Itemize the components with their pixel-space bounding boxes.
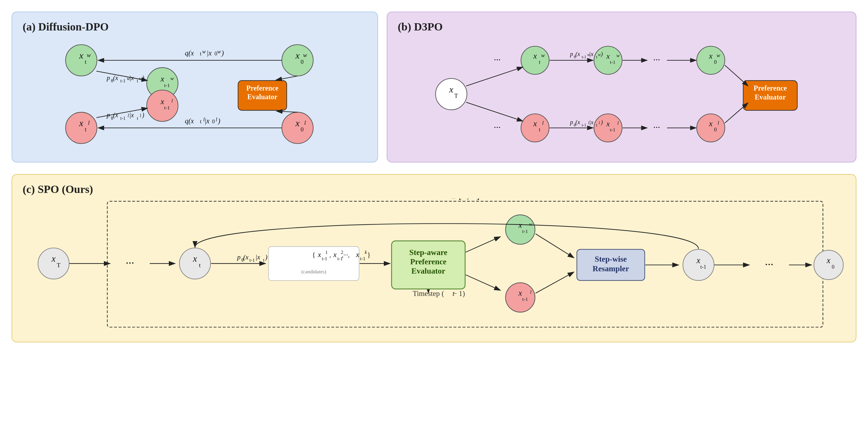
svg-text:w: w xyxy=(529,221,533,227)
svg-text:x: x xyxy=(518,289,522,298)
svg-text:t: t xyxy=(137,116,138,121)
svg-text:,: , xyxy=(329,251,331,258)
svg-text:t: t xyxy=(137,78,138,83)
svg-text:0: 0 xyxy=(301,126,304,132)
svg-text:(x: (x xyxy=(576,51,580,57)
svg-text:): ) xyxy=(217,117,220,125)
svg-text:(x: (x xyxy=(576,119,580,126)
svg-text:x: x xyxy=(696,256,700,265)
svg-text:Step-wise: Step-wise xyxy=(595,255,627,264)
svg-text:w: w xyxy=(598,53,601,57)
svg-text:l: l xyxy=(128,113,129,118)
svg-line-174 xyxy=(466,237,500,252)
svg-text:t-1: t-1 xyxy=(164,83,170,88)
svg-text:): ) xyxy=(600,51,603,57)
svg-text:x: x xyxy=(709,119,713,128)
svg-text:0: 0 xyxy=(714,59,717,65)
svg-text:···: ··· xyxy=(126,257,134,269)
svg-text:t-1: t-1 xyxy=(120,78,126,83)
svg-text:t-1: t-1 xyxy=(522,296,528,302)
svg-text:w: w xyxy=(541,52,545,58)
svg-text:q(x: q(x xyxy=(185,49,194,57)
svg-text:x: x xyxy=(606,52,610,60)
svg-text:p: p xyxy=(569,51,573,57)
svg-text:l: l xyxy=(599,121,600,125)
svg-text:Preference: Preference xyxy=(246,84,279,92)
svg-line-127 xyxy=(725,65,748,86)
svg-text:t: t xyxy=(539,126,541,132)
svg-text:x: x xyxy=(160,74,164,83)
svg-text:x: x xyxy=(356,250,360,258)
svg-text:Evaluator: Evaluator xyxy=(754,93,786,101)
svg-text:···: ··· xyxy=(653,122,660,132)
svg-text:t: t xyxy=(263,257,265,263)
svg-text:x: x xyxy=(533,51,537,60)
svg-text:l: l xyxy=(530,289,531,295)
svg-text:t: t xyxy=(596,123,597,127)
svg-text:w: w xyxy=(717,52,720,58)
svg-text:|x: |x xyxy=(205,117,210,125)
svg-text:l: l xyxy=(88,120,90,126)
svg-text:x: x xyxy=(606,120,610,128)
svg-text:t-1: t-1 xyxy=(249,257,255,263)
svg-text:|x: |x xyxy=(589,119,594,126)
svg-text:T: T xyxy=(454,93,458,99)
svg-text:|x: |x xyxy=(207,49,212,57)
svg-text:): ) xyxy=(142,112,144,119)
svg-line-65 xyxy=(276,111,298,112)
svg-text:t-1: t-1 xyxy=(610,127,615,132)
panel-b: (b) D3PO x T x t w x t-1 xyxy=(387,11,857,162)
panel-b-diagram: x T x t w x t-1 w ··· x 0 w xyxy=(398,36,845,155)
svg-text:|x: |x xyxy=(129,112,134,119)
svg-text:0: 0 xyxy=(301,59,304,65)
panel-c-title: (c) SPO (Ours) xyxy=(23,183,845,195)
svg-text:t: t xyxy=(200,51,202,57)
svg-text:w: w xyxy=(87,52,91,58)
svg-text:w: w xyxy=(202,49,206,55)
svg-text:0: 0 xyxy=(212,118,215,124)
svg-text:t-1: t-1 xyxy=(120,116,126,121)
svg-text:(x: (x xyxy=(113,112,118,119)
svg-text:x: x xyxy=(449,85,453,95)
svg-text:p: p xyxy=(106,112,110,119)
svg-text:k: k xyxy=(365,249,367,255)
panel-a-diagram: x 0 w x t w x t-1 w x t l x xyxy=(23,36,367,155)
svg-text:{: { xyxy=(312,251,315,258)
main-container: (a) Diffusion-DPO x 0 w x t w xyxy=(0,0,868,432)
svg-text:x: x xyxy=(709,51,713,60)
svg-text:Preference: Preference xyxy=(410,257,446,266)
svg-text:): ) xyxy=(600,119,603,126)
svg-text:t-1: t-1 xyxy=(610,60,615,65)
svg-line-102 xyxy=(466,102,523,121)
svg-text:∈ [0, κ]: ∈ [0, κ] xyxy=(448,198,479,200)
svg-text:l: l xyxy=(172,98,173,103)
panel-a: (a) Diffusion-DPO x 0 w x t w xyxy=(11,11,378,162)
svg-text:···: ··· xyxy=(494,122,501,132)
svg-text:w: w xyxy=(303,52,307,58)
svg-text:l: l xyxy=(140,113,141,118)
svg-text:p: p xyxy=(569,119,573,126)
svg-text:w: w xyxy=(139,76,142,81)
svg-text:p: p xyxy=(106,74,110,82)
svg-text:): ) xyxy=(265,253,268,261)
svg-text:t-1: t-1 xyxy=(322,256,327,261)
svg-text:t-1: t-1 xyxy=(582,55,586,59)
svg-text:w: w xyxy=(170,75,174,81)
svg-text:···: ··· xyxy=(494,55,501,65)
svg-text:x: x xyxy=(295,118,300,128)
svg-text:x: x xyxy=(79,51,83,61)
svg-text:− 1): − 1) xyxy=(453,289,465,298)
svg-text:w: w xyxy=(217,49,221,55)
svg-text:): ) xyxy=(142,74,144,82)
svg-text:l: l xyxy=(617,120,619,126)
svg-text:x: x xyxy=(518,221,522,229)
svg-line-175 xyxy=(466,275,500,290)
svg-text:l: l xyxy=(304,120,306,126)
svg-text:t-1: t-1 xyxy=(700,264,706,270)
svg-text:}: } xyxy=(367,251,370,258)
svg-text:t-1: t-1 xyxy=(582,123,586,127)
svg-text:t-1: t-1 xyxy=(522,228,528,234)
svg-text:t: t xyxy=(596,55,597,59)
svg-text:,···,: ,···, xyxy=(342,251,349,258)
svg-text:|x: |x xyxy=(589,51,594,57)
